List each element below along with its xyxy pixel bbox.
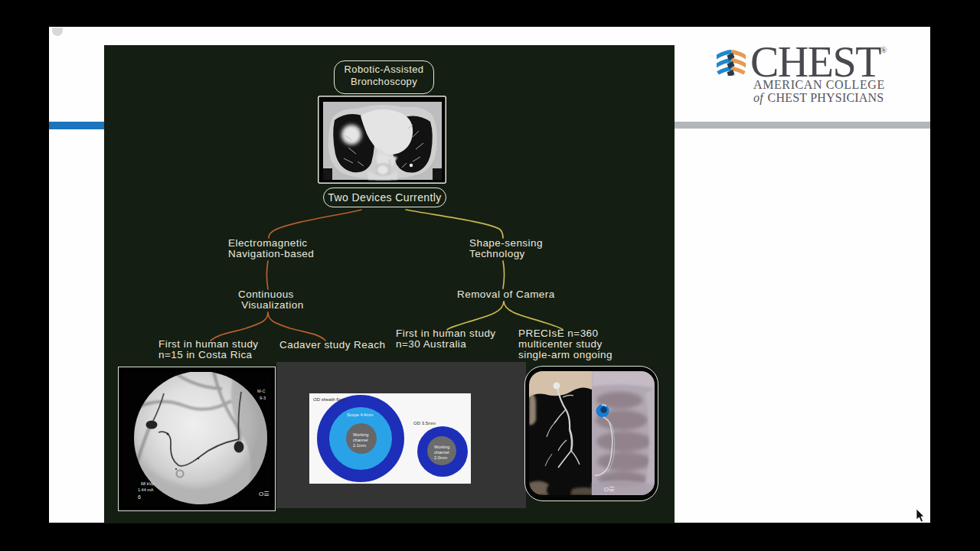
svg-text:OD sheath 6mm: OD sheath 6mm (313, 397, 347, 402)
svg-text:Working: Working (434, 445, 449, 449)
svg-text:6: 6 (138, 494, 141, 500)
svg-text:O☰: O☰ (259, 491, 269, 497)
svg-text:Scope 4.4mm: Scope 4.4mm (347, 412, 374, 417)
svg-text:Working: Working (353, 432, 368, 437)
svg-text:channel: channel (353, 438, 368, 442)
svg-text:M-C: M-C (257, 389, 265, 393)
svg-text:O☰: O☰ (604, 486, 614, 493)
svg-text:68 kVp: 68 kVp (141, 481, 154, 486)
svg-text:1.44 mA: 1.44 mA (138, 487, 154, 492)
svg-text:2.1mm: 2.1mm (353, 443, 366, 448)
svg-text:OD 3.5mm: OD 3.5mm (413, 421, 436, 425)
svg-text:channel: channel (434, 450, 449, 455)
svg-text:9-3: 9-3 (260, 396, 266, 400)
svg-text:2.0mm: 2.0mm (434, 455, 447, 460)
